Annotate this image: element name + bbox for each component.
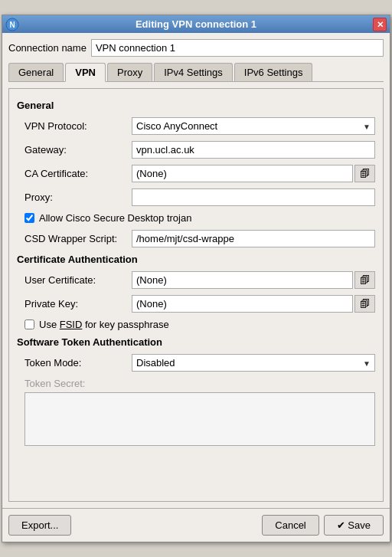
vpn-protocol-select-wrap: Cisco AnyConnect ▼	[132, 117, 375, 135]
user-cert-input[interactable]	[132, 271, 353, 289]
gateway-field	[132, 141, 375, 159]
token-mode-select-wrap: Disabled ▼	[132, 354, 375, 372]
gateway-input[interactable]	[132, 141, 375, 159]
ca-cert-field: 🗐	[132, 165, 375, 182]
software-token-section-title: Software Token Authentication	[17, 336, 375, 348]
right-buttons: Cancel ✔ Save	[262, 515, 384, 536]
token-secret-area: Token Secret:	[17, 378, 375, 448]
token-mode-label: Token Mode:	[24, 357, 132, 369]
use-fsid-label: Use FSID for key passphrase	[39, 319, 169, 330]
use-fsid-row: Use FSID for key passphrase	[17, 319, 375, 330]
vpn-protocol-row: VPN Protocol: Cisco AnyConnect ▼	[17, 117, 375, 135]
csd-wrapper-row: CSD Wrapper Script:	[17, 230, 375, 247]
cert-auth-section-title: Certificate Authentication	[17, 254, 375, 265]
private-key-input[interactable]	[132, 295, 353, 313]
private-key-row: Private Key: 🗐	[17, 295, 375, 313]
use-fsid-checkbox[interactable]	[24, 319, 34, 329]
app-icon: N	[5, 18, 19, 31]
window-body: Connection name General VPN Proxy IPv4 S…	[2, 33, 390, 508]
tab-ipv4-settings[interactable]: IPv4 Settings	[154, 63, 233, 81]
token-secret-textarea[interactable]	[24, 392, 375, 446]
ca-cert-input[interactable]	[132, 165, 353, 182]
ca-cert-row: CA Certificate: 🗐	[17, 165, 375, 182]
token-mode-field: Disabled ▼	[132, 354, 375, 372]
close-button[interactable]: ✕	[373, 18, 387, 31]
allow-cisco-row: Allow Cisco Secure Desktop trojan	[17, 212, 375, 224]
user-cert-wrap: 🗐	[132, 271, 375, 289]
export-button[interactable]: Export...	[8, 515, 71, 536]
proxy-row: Proxy:	[17, 188, 375, 206]
svg-text:N: N	[9, 21, 15, 29]
private-key-wrap: 🗐	[132, 295, 375, 313]
tab-ipv6-settings[interactable]: IPv6 Settings	[234, 63, 313, 81]
titlebar: N Editing VPN connection 1 ✕	[2, 15, 390, 33]
user-cert-label: User Certificate:	[24, 274, 132, 286]
connection-name-label: Connection name	[8, 42, 87, 54]
vpn-protocol-field: Cisco AnyConnect ▼	[132, 117, 375, 135]
gateway-label: Gateway:	[24, 144, 132, 156]
tabs-bar: General VPN Proxy IPv4 Settings IPv6 Set…	[8, 63, 384, 82]
main-window: N Editing VPN connection 1 ✕ Connection …	[2, 15, 390, 542]
connection-name-row: Connection name	[8, 39, 384, 57]
csd-wrapper-label: CSD Wrapper Script:	[24, 233, 132, 244]
token-secret-label: Token Secret:	[24, 378, 375, 389]
ca-cert-browse-button[interactable]: 🗐	[354, 165, 375, 182]
save-button[interactable]: ✔ Save	[324, 515, 384, 536]
user-cert-row: User Certificate: 🗐	[17, 271, 375, 289]
user-cert-browse-button[interactable]: 🗐	[354, 271, 375, 289]
vpn-protocol-select[interactable]: Cisco AnyConnect	[132, 117, 375, 135]
tab-vpn[interactable]: VPN	[65, 63, 106, 82]
proxy-label: Proxy:	[24, 192, 132, 203]
proxy-input[interactable]	[132, 188, 375, 206]
footer: Export... Cancel ✔ Save	[2, 508, 390, 542]
proxy-field	[132, 188, 375, 206]
allow-cisco-checkbox[interactable]	[24, 213, 34, 223]
allow-cisco-label: Allow Cisco Secure Desktop trojan	[39, 212, 191, 224]
connection-name-input[interactable]	[91, 39, 384, 57]
vpn-panel: General VPN Protocol: Cisco AnyConnect ▼…	[8, 88, 384, 502]
vpn-protocol-label: VPN Protocol:	[24, 120, 132, 132]
token-mode-row: Token Mode: Disabled ▼	[17, 354, 375, 372]
window-title: Editing VPN connection 1	[136, 18, 256, 30]
csd-wrapper-field	[132, 230, 375, 247]
private-key-browse-button[interactable]: 🗐	[354, 295, 375, 313]
token-mode-select[interactable]: Disabled	[132, 354, 375, 372]
ca-cert-wrap: 🗐	[132, 165, 375, 182]
tab-proxy[interactable]: Proxy	[107, 63, 152, 81]
private-key-label: Private Key:	[24, 298, 132, 310]
cancel-button[interactable]: Cancel	[262, 515, 318, 536]
ca-cert-label: CA Certificate:	[24, 168, 132, 179]
gateway-row: Gateway:	[17, 141, 375, 159]
user-cert-field: 🗐	[132, 271, 375, 289]
private-key-field: 🗐	[132, 295, 375, 313]
tab-general[interactable]: General	[8, 63, 64, 81]
general-section-title: General	[17, 100, 375, 111]
csd-wrapper-input[interactable]	[132, 230, 375, 247]
